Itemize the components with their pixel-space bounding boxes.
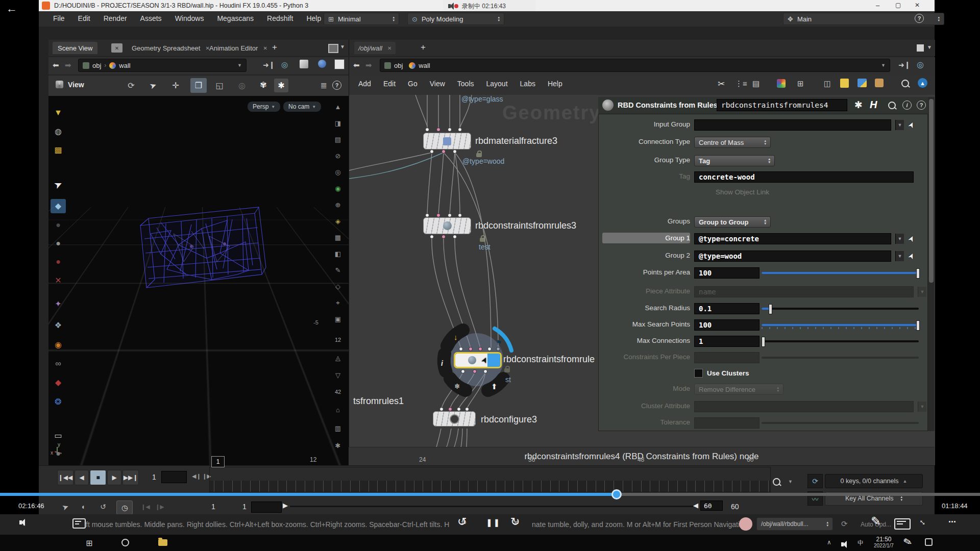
output-dot[interactable] <box>442 149 446 154</box>
vopt-icon-11[interactable]: ✎ <box>330 266 346 274</box>
player-pause-button[interactable]: ❚❚ <box>486 518 501 527</box>
net-menu-help[interactable]: Help <box>548 80 562 88</box>
vopt-icon-18[interactable]: ▥ <box>330 424 346 432</box>
tumble-view-icon[interactable]: ⟳ <box>122 81 140 90</box>
vopt-icon-15[interactable]: ◬ <box>330 354 346 362</box>
range-field[interactable] <box>251 502 282 513</box>
vopt-icon-10[interactable]: ◧ <box>330 250 346 258</box>
persp-view-button[interactable]: Persp ▼ <box>247 101 281 112</box>
node-rbdconfigure3[interactable] <box>433 411 476 427</box>
main-help-icon[interactable]: ? <box>915 14 924 23</box>
net-grid-icon[interactable]: ⊞ <box>797 79 804 88</box>
output-dot[interactable] <box>442 235 446 239</box>
node-rbdconstraintsfromrules4-selected[interactable]: ➤ <box>454 352 502 368</box>
node-rbdmaterialfracture3[interactable] <box>423 133 471 149</box>
input-dot[interactable] <box>448 407 452 411</box>
secure-selection-icon[interactable]: ❐ <box>190 81 207 90</box>
tab-animation-editor[interactable]: Animation Editor ✕ <box>204 42 273 54</box>
search-radius-field[interactable]: 0.1 <box>694 303 760 314</box>
input-group-dropdown-icon[interactable]: ▼ <box>895 120 904 130</box>
menu-file[interactable]: File <box>53 14 65 22</box>
current-path-dropdown[interactable]: /obj/wall/rbdbull... <box>756 517 833 531</box>
display-options-icon[interactable] <box>334 59 345 69</box>
display-sliders-icon[interactable]: ≣ <box>315 81 332 90</box>
max-connections-field[interactable]: 1 <box>694 336 760 347</box>
player-subtitle-icon[interactable] <box>72 518 86 529</box>
tool-icon-red-sphere[interactable]: ● <box>50 257 67 266</box>
net-color-palette-icon[interactable] <box>777 79 786 88</box>
tool-icon-blue-pair[interactable]: ❂ <box>50 397 67 407</box>
player-more-icon[interactable]: ... <box>948 514 956 525</box>
input-dot[interactable] <box>448 213 452 217</box>
tool-icon-select-cursor[interactable]: ➤ <box>48 176 68 193</box>
node-name-field[interactable]: rbdconstraintsfromrules4 <box>717 99 847 111</box>
keys-refresh-icon[interactable]: ⟳ <box>807 474 823 488</box>
player-keyboard-icon[interactable] <box>894 518 911 530</box>
input-dot[interactable] <box>487 347 492 351</box>
video-progress-track[interactable] <box>0 493 980 496</box>
playbar-pointer-icon[interactable]: ➤ <box>61 502 70 512</box>
tool-icon-box[interactable]: ▩ <box>50 145 67 155</box>
vopt-icon-16[interactable]: ▽ <box>330 371 346 379</box>
group1-dropdown-icon[interactable]: ▼ <box>895 234 904 244</box>
tool-icon-lock[interactable]: ◆ <box>50 201 67 211</box>
vopt-icon-4[interactable]: ⊘ <box>330 152 346 160</box>
timeline-zoom-dropdown-icon[interactable]: ▼ <box>788 479 793 484</box>
network-breadcrumb[interactable]: obj wall ▼ <box>380 59 890 72</box>
params-info-icon[interactable]: i <box>902 101 912 110</box>
shelf-poly-modeling-dropdown[interactable]: ⊙ Poly Modeling <box>407 13 504 25</box>
network-breadcrumb-node[interactable]: wall <box>419 62 430 69</box>
tool-icon-magnet[interactable]: ◆ <box>50 378 67 387</box>
input-dot[interactable] <box>457 407 461 411</box>
timeline-zoom-icon[interactable] <box>773 478 780 486</box>
vopt-icon-14[interactable]: ▣ <box>330 315 346 323</box>
params-search-icon[interactable] <box>888 102 896 109</box>
step-back-icon[interactable]: ◀❙ <box>192 473 201 480</box>
new-tab-button[interactable]: + <box>272 42 277 53</box>
realtime-clock-icon[interactable]: ◷ <box>116 500 133 515</box>
group2-select-arrow-icon[interactable]: ➤ <box>905 251 917 261</box>
vopt-icon-6[interactable]: ◉ <box>330 185 346 192</box>
pane-layout-icon[interactable] <box>328 44 338 53</box>
geometry-cube-icon[interactable] <box>300 60 308 68</box>
params-help-icon[interactable]: ? <box>917 101 926 110</box>
net-search-icon[interactable] <box>901 80 909 87</box>
player-rewind-10-icon[interactable]: ↺10 <box>457 515 467 529</box>
net-menu-tools[interactable]: Tools <box>457 80 474 88</box>
piece-attribute-field[interactable]: name <box>694 286 914 297</box>
player-volume-icon[interactable]: ) <box>19 519 25 525</box>
range-slider-start-handle[interactable]: ▶ <box>283 502 288 509</box>
vopt-icon-8[interactable]: ◈ <box>330 217 346 225</box>
tab-scene-view-close-icon[interactable]: ✕ <box>111 43 122 53</box>
points-per-area-field[interactable]: 100 <box>694 267 760 279</box>
input-dot[interactable] <box>465 407 469 411</box>
tool-icon-chain[interactable]: ∞ <box>50 359 67 368</box>
playbar-undo-icon[interactable]: ↺ <box>100 503 106 511</box>
vopt-icon-7[interactable]: ⊕ <box>330 201 346 209</box>
tag-field[interactable]: concrete-wood <box>694 171 914 183</box>
scene-breadcrumb[interactable]: obj › wall ▼ <box>78 59 247 72</box>
go-to-start-button[interactable]: ❙◀◀ <box>57 470 74 485</box>
group-type-dropdown[interactable]: Tag <box>694 155 775 166</box>
output-dot[interactable] <box>453 149 457 154</box>
player-back-button[interactable]: ← <box>6 2 17 15</box>
tolerance-field[interactable] <box>694 417 760 429</box>
input-dot[interactable] <box>478 347 482 351</box>
network-nav-back-icon[interactable]: ⬅ <box>353 61 360 70</box>
input-dot[interactable] <box>436 213 440 217</box>
input-group-select-arrow-icon[interactable]: ➤ <box>905 120 917 130</box>
menu-megascans[interactable]: Megascans <box>217 14 254 22</box>
vopt-ic on-5[interactable]: ◎ <box>330 168 346 176</box>
viewport-help-icon[interactable]: ? <box>332 81 341 90</box>
max-search-points-field[interactable]: 100 <box>694 319 760 331</box>
scene-nav-back-icon[interactable]: ⬅ <box>53 61 59 70</box>
menu-edit[interactable]: Edit <box>78 14 90 22</box>
output-dot[interactable] <box>453 235 457 239</box>
input-dot[interactable] <box>448 128 452 132</box>
use-clusters-checkbox[interactable] <box>694 369 703 378</box>
select-arrow-icon[interactable]: ➤ <box>143 78 163 93</box>
tool-icon-star[interactable]: ✦ <box>50 299 67 309</box>
tab-network-path[interactable]: /obj/wall ✕ <box>354 42 396 54</box>
tab-animation-editor-close-icon[interactable]: ✕ <box>263 45 267 51</box>
scene-nav-forward-icon[interactable]: ➡ <box>65 61 71 70</box>
